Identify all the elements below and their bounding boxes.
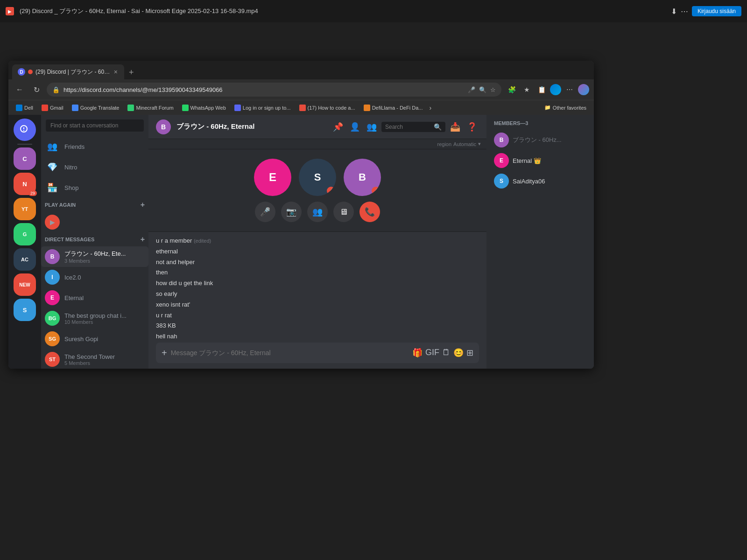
msg-7: xeno isnt rat' xyxy=(156,300,479,310)
member-eternal[interactable]: E Eternal 👑 xyxy=(490,150,590,171)
inbox-icon[interactable]: 📥 xyxy=(448,120,462,134)
bookmark-gmail[interactable]: Gmail xyxy=(38,103,67,112)
bookmark-howtocode[interactable]: (17) How to code a... xyxy=(296,103,359,112)
nitro-nav-item[interactable]: 💎 Nitro xyxy=(41,157,148,177)
dm-name-braun: ブラウン - 60Hz, Ete... xyxy=(64,250,145,258)
msg-3: not and helper xyxy=(156,257,479,268)
add-button[interactable]: + xyxy=(141,201,145,209)
msg-8: u r rat xyxy=(156,310,479,321)
member-saiaditya[interactable]: S SaiAditya06 xyxy=(490,171,590,191)
discord-app: C N 29 YT G AC NEW S xyxy=(8,115,594,369)
sticker-icon[interactable]: 🗒 xyxy=(442,348,451,358)
pin-icon[interactable]: 📌 xyxy=(331,120,345,134)
address-bar[interactable]: 🔒 https://discord.com/channels/@me/13395… xyxy=(47,83,501,97)
play-again-item[interactable]: ▶ xyxy=(41,212,148,232)
search-icon: 🔍 xyxy=(434,123,442,131)
bookmark-whatsapp-label: WhatsApp Web xyxy=(190,105,226,111)
refresh-button[interactable]: ↻ xyxy=(30,83,43,96)
bookmark-translate-label: Google Translate xyxy=(80,105,120,111)
server-icon-7[interactable]: S xyxy=(14,299,36,321)
nav-toolbar: 🧩 ★ 📋 ⋯ xyxy=(505,83,589,96)
find-conversation-input[interactable] xyxy=(46,119,144,132)
call-video-button[interactable]: 📷 xyxy=(281,202,302,222)
attach-button[interactable]: + xyxy=(162,348,167,358)
dm-item-secondtower[interactable]: ST The Second Tower 5 Members xyxy=(41,349,148,369)
dm-name-secondtower: The Second Tower xyxy=(64,353,145,360)
bookmark-dell[interactable]: Dell xyxy=(12,103,37,112)
apps-icon[interactable]: ⊞ xyxy=(466,348,473,358)
profile-button[interactable] xyxy=(578,84,589,95)
shop-nav-item[interactable]: 🏪 Shop xyxy=(41,177,148,198)
server-icon-3[interactable]: YT xyxy=(14,198,36,220)
server-icon-1[interactable]: C xyxy=(14,147,36,170)
new-dm-button[interactable]: + xyxy=(141,235,145,244)
bookmark-googletranslate[interactable]: Google Translate xyxy=(68,103,123,112)
friends-nav-item[interactable]: 👥 Friends xyxy=(41,136,148,157)
region-chevron[interactable]: ▾ xyxy=(478,141,481,147)
extensions-icon[interactable]: 🧩 xyxy=(505,83,518,96)
discord-home-icon[interactable] xyxy=(14,119,36,141)
tab-title: (29) Discord | ブラウン - 60Hz... xyxy=(35,68,110,76)
download-icon[interactable]: ⬇ xyxy=(671,7,677,16)
bookmarks-more-button[interactable]: › xyxy=(427,102,433,113)
search-box[interactable]: 🔍 xyxy=(381,122,445,132)
bookmark-login-icon xyxy=(234,105,241,111)
emoji-icon[interactable]: 😊 xyxy=(453,348,464,358)
more-icon[interactable]: ⋯ xyxy=(681,7,688,16)
server-icon-5[interactable]: AC xyxy=(14,248,36,271)
dm-item-suresh[interactable]: SG Suresh Gopi xyxy=(41,329,148,349)
server-icon-4[interactable]: G xyxy=(14,223,36,245)
favorites-icon[interactable]: ★ xyxy=(520,83,533,96)
collections-icon[interactable]: 📋 xyxy=(535,83,548,96)
message-input[interactable] xyxy=(171,349,409,357)
add-member-icon[interactable]: 👤 xyxy=(348,120,362,134)
bookmark-defillama[interactable]: DefiLlama - DeFi Da... xyxy=(360,103,427,112)
tab-bar: D (29) Discord | ブラウン - 60Hz... × + xyxy=(8,61,594,79)
new-tab-button[interactable]: + xyxy=(124,65,139,79)
server-icon-2[interactable]: N 29 xyxy=(14,173,36,195)
call-mute-button[interactable]: 🎤 xyxy=(255,202,275,222)
bookmark-whatsapp-icon xyxy=(182,105,189,111)
bookmarks-bar: Dell Gmail Google Translate Minecraft Fo… xyxy=(8,100,594,115)
dm-item-braun[interactable]: B ブラウン - 60Hz, Ete... 3 Members xyxy=(41,246,148,267)
url-text: https://discord.com/channels/@me/1339590… xyxy=(63,86,464,93)
bookmark-minecraft-label: Minecraft Forum xyxy=(136,105,173,111)
muted-badge-1: 🎤 xyxy=(327,187,335,195)
dm-item-ice[interactable]: I Ice2.0 xyxy=(41,267,148,287)
gif-icon[interactable]: GIF xyxy=(425,348,439,358)
bookmark-login[interactable]: Log in or sign up to... xyxy=(231,103,295,112)
notification-badge: 29 xyxy=(28,190,37,196)
gift-icon[interactable]: 🎁 xyxy=(412,348,423,358)
members-icon[interactable]: 👥 xyxy=(365,120,379,134)
members-sidebar: MEMBERS—3 B ブラウン - 60Hz... E Eternal 👑 S… xyxy=(486,115,594,369)
dm-name-suresh: Suresh Gopi xyxy=(64,336,145,343)
muted-badge-2: 🎤 xyxy=(372,187,380,195)
other-favorites-button[interactable]: 📁 Other favorites xyxy=(541,103,590,112)
server-icon-6[interactable]: NEW xyxy=(14,273,36,296)
dm-avatar-eternal: E xyxy=(45,290,60,305)
region-value: Automatic xyxy=(453,141,476,147)
search-input[interactable] xyxy=(385,124,432,130)
dm-item-bestgroup[interactable]: BG The best group chat i... 10 Members xyxy=(41,308,148,329)
call-controls: 🎤 📷 👥 🖥 📞 xyxy=(255,202,380,222)
help-icon[interactable]: ❓ xyxy=(465,120,479,134)
dm-item-eternal[interactable]: E Eternal xyxy=(41,287,148,308)
back-button[interactable]: ← xyxy=(13,83,26,96)
more-menu-button[interactable]: ⋯ xyxy=(563,83,576,96)
call-end-button[interactable]: 📞 xyxy=(359,202,380,222)
bookmark-whatsapp[interactable]: WhatsApp Web xyxy=(178,103,230,112)
window-title: (29) Discord _ ブラウン - 60Hz, Eternal - Sa… xyxy=(20,7,665,15)
edge-icon[interactable] xyxy=(550,84,561,95)
active-tab[interactable]: D (29) Discord | ブラウン - 60Hz... × xyxy=(12,64,124,79)
member-braun[interactable]: B ブラウン - 60Hz... xyxy=(490,130,590,150)
nitro-label: Nitro xyxy=(64,164,77,171)
bookmark-minecraft[interactable]: Minecraft Forum xyxy=(124,103,177,112)
call-screen-button[interactable]: 🖥 xyxy=(333,202,354,222)
dm-name-ice: Ice2.0 xyxy=(64,274,145,281)
call-area: E S 🎤 B 🎤 🎤 📷 👥 🖥 📞 xyxy=(148,149,486,232)
dm-info-suresh: Suresh Gopi xyxy=(64,336,145,343)
call-members-button[interactable]: 👥 xyxy=(307,202,328,222)
signin-button[interactable]: Kirjaudu sisään xyxy=(692,6,741,16)
member-name-saiaditya: SaiAditya06 xyxy=(513,178,545,185)
tab-close-button[interactable]: × xyxy=(113,67,119,77)
